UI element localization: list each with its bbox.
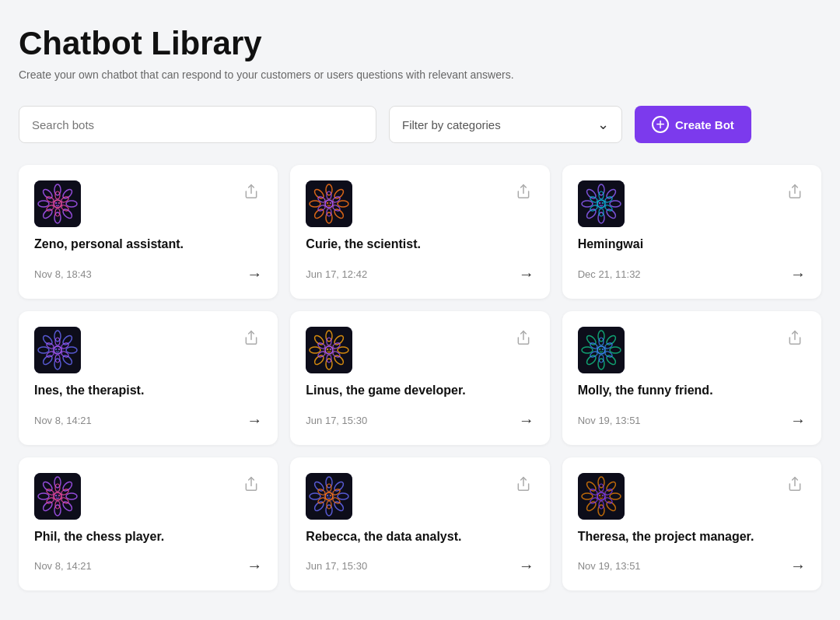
svg-point-58: [602, 202, 604, 204]
filter-dropdown[interactable]: Filter by categories ⌄: [389, 106, 622, 143]
search-input[interactable]: [19, 106, 376, 143]
svg-point-37: [327, 202, 328, 204]
bot-name: Phil, the chess player.: [34, 529, 262, 545]
bot-card[interactable]: Linus, the game developer. Jun 17, 15:30…: [290, 311, 549, 445]
arrow-right-icon[interactable]: →: [247, 557, 262, 575]
bot-date: Nov 8, 14:21: [34, 560, 92, 572]
bot-date: Jun 17, 15:30: [306, 560, 367, 572]
avatar: [578, 473, 625, 520]
avatar: [306, 327, 352, 373]
bot-date: Nov 8, 14:21: [34, 415, 92, 426]
bot-card[interactable]: Curie, the scientist. Jun 17, 12:42 →: [290, 165, 549, 299]
bot-card[interactable]: Rebecca, the data analyst. Jun 17, 15:30…: [290, 457, 549, 591]
bot-name: Ines, the therapist.: [34, 383, 262, 399]
card-footer: Jun 17, 15:30 →: [306, 412, 534, 429]
svg-point-138: [58, 495, 60, 496]
svg-point-157: [327, 495, 328, 496]
card-header: [34, 180, 262, 227]
svg-point-17: [55, 202, 57, 204]
bot-card[interactable]: Molly, the funny friend. Nov 19, 13:51 →: [562, 311, 821, 445]
bot-card[interactable]: Hemingwai Dec 21, 11:32 →: [562, 165, 821, 299]
arrow-right-icon[interactable]: →: [790, 412, 806, 429]
share-icon[interactable]: [784, 327, 806, 352]
bot-date: Nov 8, 18:43: [34, 268, 92, 280]
card-header: [34, 327, 262, 373]
card-header: [34, 473, 262, 520]
bot-card[interactable]: Ines, the therapist. Nov 8, 14:21 →: [19, 311, 278, 445]
card-header: [578, 473, 806, 520]
card-footer: Nov 8, 14:21 →: [34, 557, 262, 575]
bot-date: Nov 19, 13:51: [578, 560, 641, 572]
chevron-down-icon: ⌄: [597, 116, 609, 133]
bot-card[interactable]: Theresa, the project manager. Nov 19, 13…: [562, 457, 821, 591]
svg-point-177: [599, 495, 600, 496]
create-bot-label: Create Bot: [675, 118, 734, 131]
card-footer: Nov 19, 13:51 →: [578, 412, 806, 429]
card-header: [578, 180, 806, 227]
share-icon[interactable]: [513, 180, 534, 206]
bot-date: Jun 17, 15:30: [306, 415, 367, 426]
svg-point-18: [58, 202, 60, 204]
bot-name: Molly, the funny friend.: [578, 383, 806, 399]
share-icon[interactable]: [240, 327, 262, 352]
arrow-right-icon[interactable]: →: [247, 265, 262, 283]
arrow-right-icon[interactable]: →: [790, 557, 806, 575]
svg-point-78: [58, 349, 60, 350]
bot-name: Hemingwai: [578, 236, 806, 253]
arrow-right-icon[interactable]: →: [790, 265, 806, 283]
share-icon[interactable]: [784, 473, 806, 499]
create-bot-button[interactable]: + Create Bot: [635, 106, 751, 143]
share-icon[interactable]: [513, 473, 534, 499]
svg-point-178: [602, 495, 604, 496]
card-header: [306, 473, 534, 520]
svg-point-98: [330, 349, 331, 350]
svg-point-118: [602, 349, 604, 350]
avatar: [34, 180, 81, 227]
bot-name: Linus, the game developer.: [306, 383, 534, 399]
svg-point-137: [55, 495, 57, 496]
card-footer: Nov 8, 14:21 →: [34, 412, 262, 429]
page-subtitle: Create your own chatbot that can respond…: [19, 68, 821, 81]
svg-point-117: [599, 349, 600, 350]
card-footer: Nov 19, 13:51 →: [578, 557, 806, 575]
arrow-right-icon[interactable]: →: [519, 412, 534, 429]
svg-point-38: [330, 202, 331, 204]
bots-grid: Zeno, personal assistant. Nov 8, 18:43 →: [19, 165, 821, 590]
card-header: [306, 327, 534, 373]
card-header: [306, 180, 534, 227]
bot-name: Rebecca, the data analyst.: [306, 529, 534, 545]
avatar: [306, 180, 352, 227]
page-title: Chatbot Library: [19, 25, 821, 62]
share-icon[interactable]: [513, 327, 534, 352]
avatar: [578, 327, 625, 373]
arrow-right-icon[interactable]: →: [519, 265, 534, 283]
avatar: [34, 327, 81, 373]
bot-name: Curie, the scientist.: [306, 236, 534, 253]
card-footer: Dec 21, 11:32 →: [578, 265, 806, 283]
share-icon[interactable]: [784, 180, 806, 206]
svg-point-57: [599, 202, 600, 204]
card-footer: Jun 17, 12:42 →: [306, 265, 534, 283]
arrow-right-icon[interactable]: →: [519, 557, 534, 575]
bot-name: Zeno, personal assistant.: [34, 236, 262, 253]
share-icon[interactable]: [240, 473, 262, 499]
avatar: [34, 473, 81, 520]
bot-card[interactable]: Phil, the chess player. Nov 8, 14:21 →: [19, 457, 278, 591]
bot-name: Theresa, the project manager.: [578, 529, 806, 545]
avatar: [306, 473, 352, 520]
svg-point-77: [55, 349, 57, 350]
bot-card[interactable]: Zeno, personal assistant. Nov 8, 18:43 →: [19, 165, 278, 299]
avatar: [578, 180, 625, 227]
bot-date: Nov 19, 13:51: [578, 415, 641, 426]
share-icon[interactable]: [240, 180, 262, 206]
filter-label: Filter by categories: [402, 118, 501, 131]
card-header: [578, 327, 806, 373]
svg-point-97: [327, 349, 328, 350]
svg-point-158: [330, 495, 331, 496]
bot-date: Jun 17, 12:42: [306, 268, 367, 280]
arrow-right-icon[interactable]: →: [247, 412, 262, 429]
plus-circle-icon: +: [652, 116, 669, 133]
toolbar: Filter by categories ⌄ + Create Bot: [19, 106, 821, 143]
card-footer: Nov 8, 18:43 →: [34, 265, 262, 283]
bot-date: Dec 21, 11:32: [578, 268, 641, 280]
